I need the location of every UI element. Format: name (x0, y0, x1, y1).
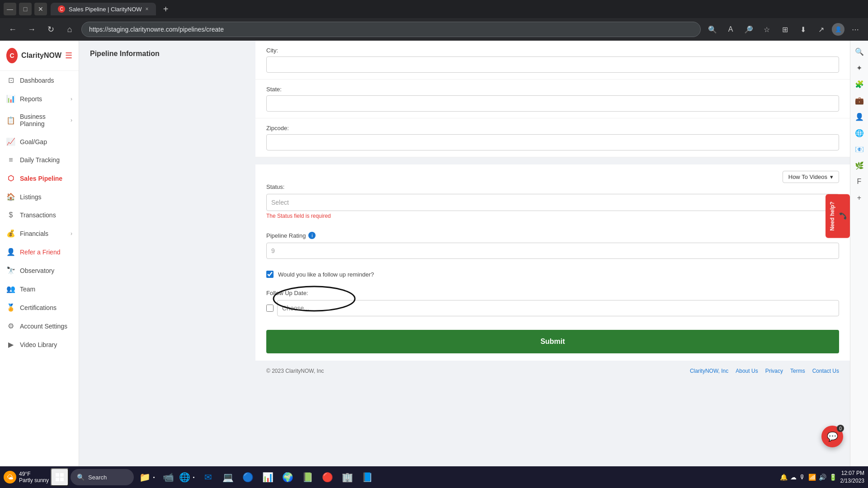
city-label: City: (266, 47, 839, 54)
minimize-button[interactable]: — (4, 3, 16, 15)
footer-link-contact-us[interactable]: Contact Us (812, 368, 839, 374)
notification-icon[interactable]: 🔔 (780, 474, 788, 481)
mic-icon[interactable]: 🎙 (799, 474, 806, 481)
sidebar-item-team[interactable]: 👥 Team (0, 280, 79, 298)
ext-plus-icon[interactable]: + (852, 191, 867, 205)
zipcode-input[interactable] (266, 134, 839, 150)
footer-link-privacy[interactable]: Privacy (765, 368, 783, 374)
sidebar-item-sales-pipeline[interactable]: ⬡ Sales Pipeline (0, 169, 79, 188)
forward-button[interactable]: → (24, 22, 39, 37)
sidebar-item-financials[interactable]: 💰 Financials › (0, 224, 79, 243)
submit-button[interactable]: Submit (266, 330, 839, 353)
sidebar-item-reports[interactable]: 📊 Reports › (0, 89, 79, 108)
favorites-btn[interactable]: ☆ (760, 22, 774, 37)
ext-globe-icon[interactable]: 🌐 (852, 126, 867, 140)
date-input[interactable] (277, 300, 839, 316)
share-btn[interactable]: ↗ (814, 22, 828, 37)
home-button[interactable]: ⌂ (62, 22, 77, 37)
taskbar-app-browser2[interactable]: 🔵 (239, 468, 257, 486)
ext-puzzle-icon[interactable]: 🧩 (852, 77, 867, 91)
pipeline-rating-section: Pipeline Rating i (255, 225, 850, 265)
browser-tab[interactable]: C Sales Pipeline | ClarityNOW × (51, 3, 156, 15)
profile-avatar[interactable]: 👤 (832, 23, 844, 36)
sidebar-label-refer-friend: Refer a Friend (20, 249, 60, 256)
ext-outlook-icon[interactable]: 📧 (852, 142, 867, 156)
onedrive-icon[interactable]: ☁ (790, 474, 797, 481)
taskbar-search[interactable]: 🔍 Search (71, 469, 134, 485)
logo-icon: C (6, 48, 18, 63)
hamburger-button[interactable]: ☰ (65, 51, 72, 61)
taskbar-app-chrome2[interactable]: 🌍 (278, 468, 297, 486)
sidebar-item-daily-tracking[interactable]: ≡ Daily Tracking (0, 151, 79, 169)
refresh-button[interactable]: ↻ (43, 22, 58, 37)
sidebar-item-video-library[interactable]: ▶ Video Library (0, 335, 79, 354)
sidebar-item-transactions[interactable]: $ Transactions (0, 206, 79, 224)
volume-icon[interactable]: 🔊 (819, 474, 826, 481)
weather-info: 🌤 49°F Partly sunny (4, 471, 49, 483)
close-button[interactable]: ✕ (34, 3, 47, 15)
taskbar-time: 12:07 PM 2/13/2023 (840, 469, 864, 485)
sidebar-item-dashboards[interactable]: ⊡ Dashboards (0, 71, 79, 89)
taskbar-app-business[interactable]: 🏢 (338, 468, 356, 486)
taskbar-app-dell[interactable]: 💻 (219, 468, 237, 486)
sidebar-item-goal-gap[interactable]: 📈 Goal/Gap (0, 132, 79, 151)
city-input[interactable] (266, 56, 839, 73)
dell-icon: 💻 (222, 472, 234, 483)
excel-icon: 📗 (302, 472, 313, 483)
sidebar-label-video-library: Video Library (20, 341, 57, 348)
chat-widget-button[interactable]: 💬 0 (821, 426, 843, 447)
taskbar-app-edge[interactable]: 🌐 (179, 468, 197, 486)
zoom-btn[interactable]: 🔎 (741, 22, 756, 37)
followup-checkbox[interactable] (266, 271, 274, 278)
weather-icon: 🌤 (4, 471, 16, 483)
new-tab-button[interactable]: + (160, 3, 172, 15)
date-checkbox[interactable] (266, 305, 274, 312)
search-icon-btn[interactable]: 🔍 (705, 22, 720, 37)
footer-link-about-us[interactable]: About Us (736, 368, 758, 374)
pipeline-rating-info-icon[interactable]: i (308, 232, 316, 239)
sidebar-item-business-planning[interactable]: 📋 Business Planning › (0, 108, 79, 132)
sidebar-label-daily-tracking: Daily Tracking (20, 156, 60, 164)
taskbar-app-explorer[interactable]: 📁 (139, 468, 157, 486)
taskbar-apps: 📁 📹 🌐 ✉ 💻 🔵 📊 🌍 📗 🔴 (139, 468, 376, 486)
ext-star-icon[interactable]: ✦ (852, 61, 867, 75)
ext-search-icon[interactable]: 🔍 (852, 44, 867, 59)
sidebar-item-listings[interactable]: 🏠 Listings (0, 188, 79, 206)
taskbar-app-teams[interactable]: 📹 (159, 468, 177, 486)
battery-icon[interactable]: 🔋 (829, 474, 837, 481)
start-button[interactable] (51, 468, 69, 486)
ext-tree-icon[interactable]: 🌿 (852, 158, 867, 173)
sidebar-item-refer-friend[interactable]: 👤 Refer a Friend (0, 243, 79, 261)
how-to-videos-button[interactable]: How To Videos ▾ (783, 171, 839, 183)
wifi-icon[interactable]: 📶 (808, 474, 816, 481)
sidebar-item-certifications[interactable]: 🏅 Certifications (0, 298, 79, 317)
taskbar-app-crm[interactable]: 📊 (259, 468, 277, 486)
taskbar-app-chrome3[interactable]: 🔴 (318, 468, 336, 486)
address-input[interactable] (81, 22, 701, 37)
state-input[interactable] (266, 95, 839, 112)
need-help-button[interactable]: Need help? 📞 (826, 194, 850, 238)
taskbar-app-word[interactable]: 📘 (358, 468, 376, 486)
account-settings-icon: ⚙ (6, 322, 15, 330)
footer-link-terms[interactable]: Terms (790, 368, 805, 374)
ext-briefcase-icon[interactable]: 💼 (852, 93, 867, 108)
ext-person-icon[interactable]: 👤 (852, 109, 867, 124)
sidebar-item-observatory[interactable]: 🔭 Observatory (0, 261, 79, 280)
taskbar-app-mail[interactable]: ✉ (199, 468, 217, 486)
ext-feedly-icon[interactable]: F (852, 174, 867, 189)
sidebar-item-account-settings[interactable]: ⚙ Account Settings (0, 317, 79, 335)
city-field-group: City: (255, 41, 850, 80)
page-layout: C ClarityNOW ☰ ⊡ Dashboards 📊 Reports › … (0, 41, 868, 488)
collections-btn[interactable]: ⊞ (778, 22, 792, 37)
taskbar-app-excel[interactable]: 📗 (298, 468, 316, 486)
footer-link-claritynow[interactable]: ClarityNOW, Inc (690, 368, 728, 374)
download-btn[interactable]: ⬇ (796, 22, 810, 37)
maximize-button[interactable]: □ (19, 3, 32, 15)
status-select[interactable]: Select (266, 194, 839, 211)
close-tab-button[interactable]: × (146, 6, 149, 12)
translate-btn[interactable]: A (723, 22, 738, 37)
logo-text: ClarityNOW (21, 52, 61, 60)
extensions-btn[interactable]: ⋯ (848, 22, 863, 37)
pipeline-rating-input[interactable] (266, 243, 839, 259)
back-button[interactable]: ← (5, 22, 20, 37)
